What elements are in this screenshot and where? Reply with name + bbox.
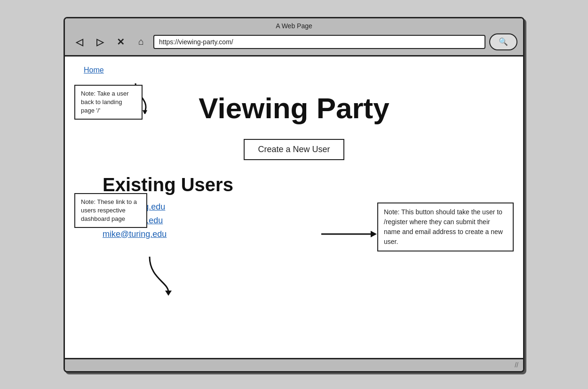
- close-button[interactable]: ✕: [112, 33, 129, 50]
- users-arrow: [140, 254, 183, 297]
- search-icon: 🔍: [499, 37, 508, 46]
- users-note: Note: These link to a users respective d…: [74, 193, 147, 228]
- svg-marker-2: [371, 231, 377, 237]
- resize-handle-icon: //: [515, 361, 518, 369]
- browser-title: A Web Page: [71, 22, 517, 30]
- register-arrow: [321, 227, 378, 241]
- svg-marker-0: [143, 110, 147, 114]
- home-link[interactable]: Home: [84, 66, 104, 74]
- address-bar[interactable]: https://viewing-party.com/: [153, 35, 485, 49]
- browser-controls: ◁ ▷ ✕ ⌂ https://viewing-party.com/ 🔍: [71, 33, 517, 50]
- home-note: Note: Take a user back to landing page '…: [74, 85, 143, 120]
- page-content: Home Note: Take a user back to landing p…: [65, 57, 523, 358]
- browser-chrome: A Web Page ◁ ▷ ✕ ⌂ https://viewing-party…: [65, 18, 523, 57]
- user-link-mike[interactable]: mike@turing.edu: [103, 229, 167, 239]
- home-nav-button[interactable]: ⌂: [133, 33, 150, 50]
- search-button[interactable]: 🔍: [489, 33, 517, 50]
- existing-users-heading: Existing Users: [103, 174, 504, 195]
- create-new-user-button[interactable]: Create a New User: [244, 139, 344, 160]
- browser-window: A Web Page ◁ ▷ ✕ ⌂ https://viewing-party…: [64, 17, 524, 373]
- back-button[interactable]: ◁: [71, 33, 87, 50]
- forward-button[interactable]: ▷: [91, 33, 108, 50]
- register-note: Note: This button should take the user t…: [377, 203, 514, 251]
- svg-marker-3: [165, 291, 172, 296]
- browser-footer: //: [65, 358, 523, 371]
